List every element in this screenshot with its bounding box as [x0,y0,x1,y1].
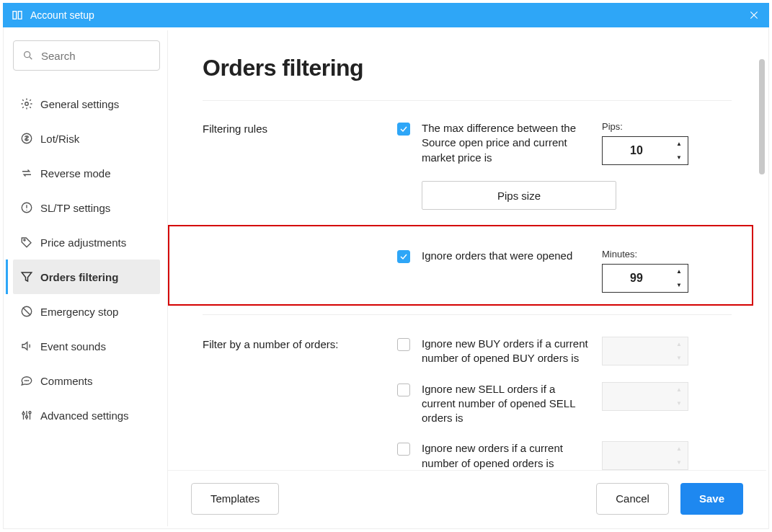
svg-point-3 [25,102,29,106]
sidebar-item-comments[interactable]: Comments [13,363,160,398]
section-label-filter-count: Filter by a number of orders: [203,337,397,471]
sliders-icon [20,409,40,422]
rule-any-text: Ignore new orders if a current number of… [422,441,592,471]
sidebar-item-sltp[interactable]: SL/TP settings [13,190,160,225]
minutes-input[interactable]: 99 ▲ ▼ [602,264,688,293]
sidebar-item-label: Event sounds [40,340,106,353]
main-panel: Orders filtering Filtering rules The max [168,30,766,526]
step-down-icon: ▼ [670,396,688,410]
rule-max-diff-checkbox[interactable] [397,123,410,136]
sidebar-item-orders[interactable]: Orders filtering [13,260,160,294]
nosign-icon [20,305,40,318]
svg-rect-0 [13,12,17,19]
sidebar-item-adv[interactable]: Advanced settings [13,398,160,433]
sidebar: General settingsLot/RiskReverse modeSL/T… [6,30,168,526]
footer: Templates Cancel Save [168,470,766,526]
svg-point-8 [25,381,25,381]
search-icon [22,50,34,61]
sidebar-item-label: Price adjustments [40,236,126,249]
rule-sell-text: Ignore new SELL orders if a current numb… [422,382,592,426]
rule-sell-checkbox[interactable] [397,384,410,396]
rule-buy-checkbox[interactable] [397,338,410,351]
sidebar-item-label: Emergency stop [40,306,118,318]
pips-size-button-row: Pips size [397,181,732,210]
rule-buy-value [603,337,670,365]
sidebar-item-sounds[interactable]: Event sounds [13,329,160,363]
cancel-button[interactable]: Cancel [596,483,669,515]
sidebar-item-reverse[interactable]: Reverse mode [13,156,160,190]
close-icon[interactable] [749,3,759,27]
rule-ignore-opened-row: Ignore orders that were opened Minutes: … [397,249,732,293]
pips-label: Pips: [602,121,623,132]
pips-input[interactable]: 10 ▲ ▼ [602,136,688,165]
search-box[interactable] [13,40,160,71]
sidebar-item-label: Advanced settings [40,409,129,422]
divider [203,100,732,101]
templates-button[interactable]: Templates [191,483,279,515]
sidebar-item-general[interactable]: General settings [13,87,160,121]
page-title: Orders filtering [203,55,732,81]
step-up-icon: ▲ [670,337,688,351]
search-input[interactable] [41,50,151,62]
rule-max-diff-row: The max difference between the Source op… [397,121,732,165]
save-button[interactable]: Save [680,483,743,515]
rule-buy-text: Ignore new BUY orders if a current numbe… [422,337,592,366]
sidebar-item-label: SL/TP settings [40,202,110,214]
dollar-icon [20,132,40,145]
rule-any-checkbox[interactable] [397,443,410,456]
rule-sell-value [603,383,670,410]
rule-any-value [603,442,670,469]
minutes-step-down-icon[interactable]: ▼ [670,278,688,292]
divider [203,314,732,315]
window-title: Account setup [30,9,94,21]
minutes-step-up-icon[interactable]: ▲ [670,265,688,278]
app-icon [12,9,23,21]
step-up-icon: ▲ [670,383,688,396]
sidebar-item-emerg[interactable]: Emergency stop [13,294,160,329]
sidebar-item-label: Comments [40,375,93,387]
rule-buy-row: Ignore new BUY orders if a current numbe… [397,337,732,366]
pips-step-up-icon[interactable]: ▲ [670,137,688,151]
pips-step-down-icon[interactable]: ▼ [670,151,688,164]
sidebar-item-lotrisk[interactable]: Lot/Risk [13,121,160,156]
section-filtering-rules: Filtering rules The max difference betwe… [203,121,732,293]
pips-size-button[interactable]: Pips size [422,181,616,210]
svg-rect-1 [18,12,22,19]
step-down-icon: ▼ [670,456,688,469]
reverse-icon [20,167,40,179]
rule-max-diff-text: The max difference between the Source op… [422,121,592,165]
minutes-value[interactable]: 99 [603,265,670,292]
titlebar: Account setup [3,3,769,27]
svg-point-12 [26,416,28,418]
tag-icon [20,236,40,249]
svg-point-11 [22,412,25,414]
rule-ignore-opened-checkbox[interactable] [397,250,410,263]
svg-point-9 [27,381,27,381]
svg-point-10 [28,381,29,381]
section-label-filtering-rules: Filtering rules [203,121,397,293]
sidebar-item-label: Orders filtering [40,271,118,283]
sidebar-item-label: Lot/Risk [40,133,79,145]
svg-point-2 [25,52,30,58]
scrollbar-thumb[interactable] [759,59,765,174]
minutes-label: Minutes: [602,249,637,260]
chat-icon [20,374,40,387]
funnel-icon [20,270,40,283]
rule-ignore-opened-text: Ignore orders that were opened [422,249,592,263]
rule-any-input: ▲ ▼ [602,441,688,470]
sidebar-item-label: Reverse mode [40,167,111,179]
sidebar-item-label: General settings [40,98,119,110]
sidebar-item-price[interactable]: Price adjustments [13,225,160,260]
step-down-icon: ▼ [670,351,688,365]
rule-sell-row: Ignore new SELL orders if a current numb… [397,382,732,426]
step-up-icon: ▲ [670,442,688,456]
rule-sell-input: ▲ ▼ [602,382,688,411]
rule-buy-input: ▲ ▼ [602,337,688,365]
svg-point-6 [24,239,25,241]
svg-point-13 [29,412,31,414]
speaker-icon [20,340,40,353]
pips-value[interactable]: 10 [603,137,670,164]
alert-icon [20,201,40,214]
section-filter-count: Filter by a number of orders: Ignore new… [203,337,732,471]
rule-any-row: Ignore new orders if a current number of… [397,441,732,471]
